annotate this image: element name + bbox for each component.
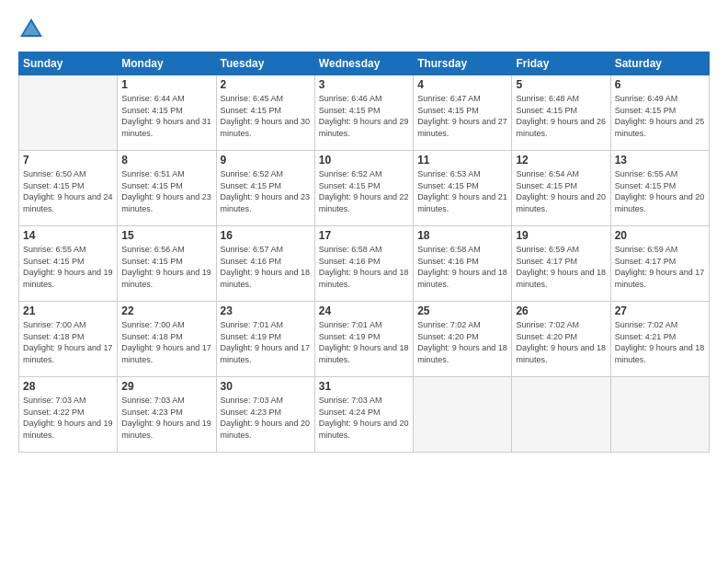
day-number: 21: [23, 304, 113, 317]
calendar-cell: 4Sunrise: 6:47 AMSunset: 4:15 PMDaylight…: [414, 75, 512, 151]
day-info: Sunrise: 6:47 AMSunset: 4:15 PMDaylight:…: [417, 93, 507, 139]
calendar-cell: [19, 75, 118, 151]
calendar-cell: 31Sunrise: 7:03 AMSunset: 4:24 PMDayligh…: [314, 377, 413, 453]
day-info: Sunrise: 7:03 AMSunset: 4:22 PMDaylight:…: [23, 395, 113, 441]
calendar-cell: 18Sunrise: 6:58 AMSunset: 4:16 PMDayligh…: [414, 226, 512, 302]
day-info: Sunrise: 7:03 AMSunset: 4:23 PMDaylight:…: [221, 395, 311, 441]
day-info: Sunrise: 6:55 AMSunset: 4:15 PMDaylight:…: [23, 244, 113, 290]
day-info: Sunrise: 7:03 AMSunset: 4:24 PMDaylight:…: [319, 395, 409, 441]
day-info: Sunrise: 6:48 AMSunset: 4:15 PMDaylight:…: [516, 93, 606, 139]
day-number: 16: [221, 229, 311, 242]
calendar-cell: 7Sunrise: 6:50 AMSunset: 4:15 PMDaylight…: [19, 151, 118, 226]
calendar-cell: 27Sunrise: 7:02 AMSunset: 4:21 PMDayligh…: [610, 302, 709, 377]
day-info: Sunrise: 6:50 AMSunset: 4:15 PMDaylight:…: [23, 168, 113, 214]
day-number: 4: [417, 78, 507, 91]
day-number: 15: [121, 229, 211, 242]
calendar-cell: 9Sunrise: 6:52 AMSunset: 4:15 PMDaylight…: [216, 151, 314, 226]
day-info: Sunrise: 7:01 AMSunset: 4:19 PMDaylight:…: [221, 319, 311, 365]
day-number: 13: [615, 154, 705, 167]
day-number: 17: [319, 229, 409, 242]
day-number: 20: [615, 229, 705, 242]
day-number: 5: [516, 78, 606, 91]
day-number: 28: [23, 380, 113, 393]
day-info: Sunrise: 6:55 AMSunset: 4:15 PMDaylight:…: [615, 168, 705, 214]
header-row: SundayMondayTuesdayWednesdayThursdayFrid…: [19, 52, 710, 75]
day-number: 11: [417, 154, 507, 167]
header-cell-thursday: Thursday: [414, 52, 512, 75]
day-number: 19: [516, 229, 606, 242]
calendar-cell: 19Sunrise: 6:59 AMSunset: 4:17 PMDayligh…: [512, 226, 610, 302]
page: SundayMondayTuesdayWednesdayThursdayFrid…: [0, 0, 728, 563]
day-info: Sunrise: 6:53 AMSunset: 4:15 PMDaylight:…: [417, 168, 507, 214]
day-number: 2: [221, 78, 311, 91]
day-info: Sunrise: 6:58 AMSunset: 4:16 PMDaylight:…: [417, 244, 507, 290]
calendar-cell: 14Sunrise: 6:55 AMSunset: 4:15 PMDayligh…: [19, 226, 118, 302]
day-number: 22: [121, 304, 211, 317]
calendar-cell: 29Sunrise: 7:03 AMSunset: 4:23 PMDayligh…: [118, 377, 216, 453]
day-info: Sunrise: 7:00 AMSunset: 4:18 PMDaylight:…: [23, 319, 113, 365]
header-cell-sunday: Sunday: [19, 52, 118, 75]
header-cell-monday: Monday: [118, 52, 216, 75]
calendar-cell: 24Sunrise: 7:01 AMSunset: 4:19 PMDayligh…: [314, 302, 413, 377]
week-row-4: 28Sunrise: 7:03 AMSunset: 4:22 PMDayligh…: [19, 377, 710, 453]
calendar-cell: 5Sunrise: 6:48 AMSunset: 4:15 PMDaylight…: [512, 75, 610, 151]
calendar-cell: 26Sunrise: 7:02 AMSunset: 4:20 PMDayligh…: [512, 302, 610, 377]
calendar-header: SundayMondayTuesdayWednesdayThursdayFrid…: [19, 52, 710, 75]
day-number: 27: [615, 304, 705, 317]
calendar-cell: 11Sunrise: 6:53 AMSunset: 4:15 PMDayligh…: [414, 151, 512, 226]
calendar-cell: 6Sunrise: 6:49 AMSunset: 4:15 PMDaylight…: [610, 75, 709, 151]
logo-icon: [18, 17, 44, 42]
calendar-cell: 25Sunrise: 7:02 AMSunset: 4:20 PMDayligh…: [414, 302, 512, 377]
calendar-table: SundayMondayTuesdayWednesdayThursdayFrid…: [18, 52, 710, 453]
day-info: Sunrise: 7:02 AMSunset: 4:21 PMDaylight:…: [615, 319, 705, 365]
header-cell-tuesday: Tuesday: [216, 52, 314, 75]
logo: [18, 17, 48, 42]
calendar-cell: 8Sunrise: 6:51 AMSunset: 4:15 PMDaylight…: [118, 151, 216, 226]
calendar-cell: 13Sunrise: 6:55 AMSunset: 4:15 PMDayligh…: [610, 151, 709, 226]
day-number: 18: [417, 229, 507, 242]
day-number: 29: [121, 380, 211, 393]
calendar-cell: 17Sunrise: 6:58 AMSunset: 4:16 PMDayligh…: [314, 226, 413, 302]
calendar-cell: 28Sunrise: 7:03 AMSunset: 4:22 PMDayligh…: [19, 377, 118, 453]
calendar-cell: [414, 377, 512, 453]
day-number: 14: [23, 229, 113, 242]
calendar-cell: 23Sunrise: 7:01 AMSunset: 4:19 PMDayligh…: [216, 302, 314, 377]
day-info: Sunrise: 6:56 AMSunset: 4:15 PMDaylight:…: [121, 244, 211, 290]
day-info: Sunrise: 7:02 AMSunset: 4:20 PMDaylight:…: [516, 319, 606, 365]
day-number: 9: [221, 154, 311, 167]
day-number: 25: [417, 304, 507, 317]
day-info: Sunrise: 7:01 AMSunset: 4:19 PMDaylight:…: [319, 319, 409, 365]
day-number: 12: [516, 154, 606, 167]
day-info: Sunrise: 6:59 AMSunset: 4:17 PMDaylight:…: [615, 244, 705, 290]
day-info: Sunrise: 6:58 AMSunset: 4:16 PMDaylight:…: [319, 244, 409, 290]
header-cell-friday: Friday: [512, 52, 610, 75]
day-info: Sunrise: 6:51 AMSunset: 4:15 PMDaylight:…: [121, 168, 211, 214]
calendar-cell: 30Sunrise: 7:03 AMSunset: 4:23 PMDayligh…: [216, 377, 314, 453]
day-info: Sunrise: 6:45 AMSunset: 4:15 PMDaylight:…: [221, 93, 311, 139]
header: [18, 17, 710, 42]
day-number: 30: [221, 380, 311, 393]
day-number: 3: [319, 78, 409, 91]
day-number: 8: [121, 154, 211, 167]
day-info: Sunrise: 6:46 AMSunset: 4:15 PMDaylight:…: [319, 93, 409, 139]
week-row-0: 1Sunrise: 6:44 AMSunset: 4:15 PMDaylight…: [19, 75, 710, 151]
day-number: 1: [121, 78, 211, 91]
day-number: 10: [319, 154, 409, 167]
calendar-cell: 21Sunrise: 7:00 AMSunset: 4:18 PMDayligh…: [19, 302, 118, 377]
calendar-cell: 20Sunrise: 6:59 AMSunset: 4:17 PMDayligh…: [610, 226, 709, 302]
calendar-cell: 12Sunrise: 6:54 AMSunset: 4:15 PMDayligh…: [512, 151, 610, 226]
calendar-cell: 1Sunrise: 6:44 AMSunset: 4:15 PMDaylight…: [118, 75, 216, 151]
calendar-cell: [610, 377, 709, 453]
day-info: Sunrise: 7:00 AMSunset: 4:18 PMDaylight:…: [121, 319, 211, 365]
calendar-cell: 15Sunrise: 6:56 AMSunset: 4:15 PMDayligh…: [118, 226, 216, 302]
day-number: 31: [319, 380, 409, 393]
calendar-body: 1Sunrise: 6:44 AMSunset: 4:15 PMDaylight…: [19, 75, 710, 453]
day-info: Sunrise: 6:52 AMSunset: 4:15 PMDaylight:…: [319, 168, 409, 214]
week-row-1: 7Sunrise: 6:50 AMSunset: 4:15 PMDaylight…: [19, 151, 710, 226]
calendar-cell: 22Sunrise: 7:00 AMSunset: 4:18 PMDayligh…: [118, 302, 216, 377]
day-number: 26: [516, 304, 606, 317]
week-row-3: 21Sunrise: 7:00 AMSunset: 4:18 PMDayligh…: [19, 302, 710, 377]
calendar-cell: 16Sunrise: 6:57 AMSunset: 4:16 PMDayligh…: [216, 226, 314, 302]
day-number: 7: [23, 154, 113, 167]
header-cell-saturday: Saturday: [610, 52, 709, 75]
